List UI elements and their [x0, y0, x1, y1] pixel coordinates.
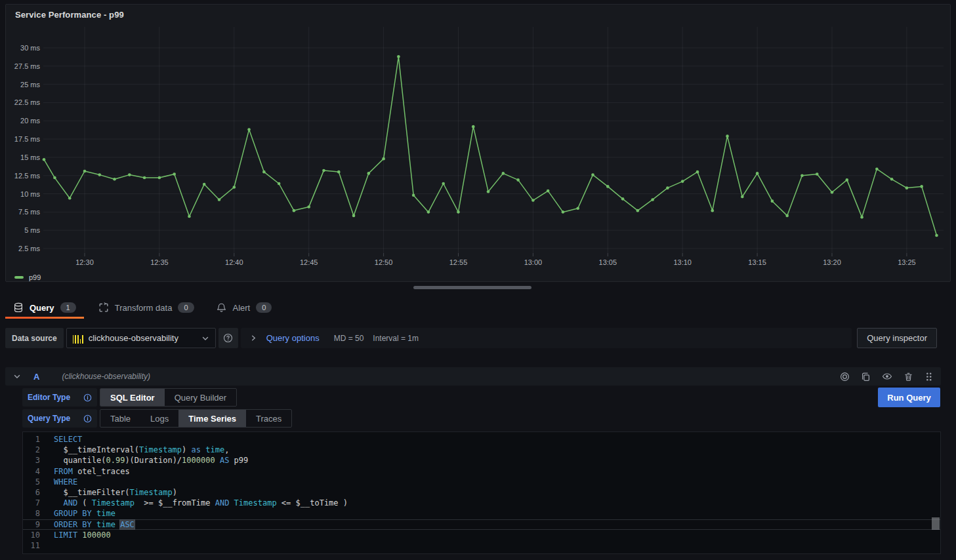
- help-circle-icon: [223, 333, 233, 343]
- svg-text:12:35: 12:35: [150, 258, 169, 266]
- editor-type-option-sql-editor[interactable]: SQL Editor: [100, 389, 165, 406]
- line-number: 5: [23, 477, 40, 487]
- max-data-points-value: MD = 50: [334, 334, 364, 343]
- line-content: ORDER BY time ASC: [54, 519, 135, 530]
- run-query-button[interactable]: Run Query: [878, 388, 940, 407]
- svg-text:13:10: 13:10: [673, 258, 692, 266]
- svg-text:2.5 ms: 2.5 ms: [18, 245, 41, 252]
- editor-type-group: SQL EditorQuery Builder: [100, 388, 237, 407]
- tab-query[interactable]: Query1: [5, 296, 84, 319]
- sql-line-4[interactable]: 4FROM otel_traces: [23, 466, 940, 477]
- line-content: GROUP BY time: [54, 508, 115, 519]
- sql-line-7[interactable]: 7 AND ( Timestamp >= $__fromTime AND Tim…: [23, 498, 940, 508]
- svg-text:13:05: 13:05: [599, 258, 617, 266]
- tab-alert[interactable]: Alert0: [209, 296, 280, 319]
- duplicate-query-icon[interactable]: [861, 372, 871, 382]
- disable-query-icon[interactable]: [840, 372, 850, 382]
- svg-text:7.5 ms: 7.5 ms: [18, 208, 41, 216]
- line-content: quantile(0.99)(Duration)/1000000 AS p99: [54, 455, 248, 466]
- query-options-bar: Query options MD = 50 Interval = 1m: [241, 328, 852, 348]
- datasource-help-button[interactable]: [218, 328, 238, 348]
- tab-label: Query: [30, 303, 54, 313]
- svg-text:12:30: 12:30: [75, 258, 94, 266]
- editor-overview-cursor: [932, 517, 940, 530]
- tab-count-badge: 1: [60, 302, 76, 313]
- collapse-query-icon[interactable]: [13, 372, 21, 380]
- datasource-picker[interactable]: clickhouse-observability: [66, 328, 216, 348]
- svg-text:13:00: 13:00: [524, 258, 543, 266]
- tab-count-badge: 0: [178, 302, 194, 313]
- svg-text:20 ms: 20 ms: [20, 117, 40, 125]
- line-content: AND ( Timestamp >= $__fromTime AND Times…: [54, 498, 348, 508]
- chevron-right-icon[interactable]: [250, 334, 257, 342]
- line-number: 2: [23, 445, 40, 455]
- query-type-group: TableLogsTime SeriesTraces: [100, 409, 292, 428]
- svg-text:12:55: 12:55: [449, 258, 468, 266]
- svg-text:13:20: 13:20: [823, 258, 841, 266]
- legend-series-label[interactable]: p99: [29, 273, 41, 281]
- svg-text:17.5 ms: 17.5 ms: [14, 135, 41, 143]
- line-number: 7: [23, 498, 40, 508]
- query-type-row: Query Type TableLogsTime SeriesTraces: [5, 409, 941, 428]
- query-ref-id[interactable]: A: [33, 372, 39, 382]
- line-number: 3: [23, 455, 40, 466]
- sql-line-5[interactable]: 5WHERE: [23, 477, 940, 487]
- tab-label: Alert: [233, 303, 251, 313]
- line-content: LIMIT 100000: [54, 530, 111, 540]
- tab-transform-data[interactable]: Transform data0: [91, 296, 202, 319]
- datasource-toolbar: Data source clickhouse-observability Que…: [5, 328, 937, 348]
- sql-line-3[interactable]: 3 quantile(0.99)(Duration)/1000000 AS p9…: [23, 455, 940, 466]
- svg-text:27.5 ms: 27.5 ms: [14, 62, 41, 70]
- line-number: 1: [23, 434, 40, 445]
- sql-line-9[interactable]: 9ORDER BY time ASC: [23, 519, 940, 530]
- panel-editor-tabs: Query1Transform data0Alert0: [5, 296, 280, 319]
- query-type-option-logs[interactable]: Logs: [140, 410, 178, 427]
- line-number: 11: [23, 540, 40, 551]
- timeseries-panel: Service Performance - p99 2.5 ms5 ms7.5 …: [5, 4, 951, 282]
- datasource-label: Data source: [5, 328, 64, 348]
- line-number: 6: [23, 487, 40, 498]
- query-type-option-time-series[interactable]: Time Series: [178, 410, 246, 427]
- query-inspector-button[interactable]: Query inspector: [857, 328, 937, 348]
- legend-series-swatch: [14, 276, 24, 279]
- hide-response-icon[interactable]: [882, 371, 892, 382]
- chevron-down-icon: [201, 334, 209, 342]
- sql-line-11[interactable]: 11: [23, 540, 940, 551]
- tab-count-badge: 0: [256, 302, 272, 313]
- sql-line-8[interactable]: 8GROUP BY time: [23, 508, 940, 519]
- svg-text:12:50: 12:50: [375, 258, 393, 266]
- legend: p99: [14, 273, 41, 281]
- query-options-toggle[interactable]: Query options: [266, 333, 320, 343]
- delete-query-icon[interactable]: [904, 372, 913, 382]
- info-icon[interactable]: [83, 393, 92, 402]
- query-type-option-table[interactable]: Table: [100, 410, 140, 427]
- info-icon[interactable]: [83, 414, 92, 423]
- drag-handle-icon[interactable]: [925, 372, 933, 382]
- editor-type-option-query-builder[interactable]: Query Builder: [165, 389, 236, 406]
- svg-text:22.5 ms: 22.5 ms: [14, 98, 41, 106]
- tab-label: Transform data: [115, 303, 173, 313]
- editor-type-label: Editor Type: [22, 388, 97, 407]
- database-icon: [13, 302, 24, 313]
- svg-text:12.5 ms: 12.5 ms: [14, 172, 41, 180]
- query-datasource-name: (clickhouse-observability): [62, 372, 150, 381]
- svg-text:13:15: 13:15: [748, 258, 766, 266]
- sql-line-6[interactable]: 6 $__timeFilter(Timestamp): [23, 487, 940, 498]
- sql-editor[interactable]: 1SELECT2 $__timeInterval(Timestamp) as t…: [22, 431, 941, 554]
- sql-line-2[interactable]: 2 $__timeInterval(Timestamp) as time,: [23, 445, 940, 455]
- line-content: $__timeFilter(Timestamp): [54, 487, 177, 498]
- timeseries-chart[interactable]: 2.5 ms5 ms7.5 ms10 ms12.5 ms15 ms17.5 ms…: [6, 5, 951, 283]
- query-actions: [840, 371, 933, 382]
- sql-line-10[interactable]: 10LIMIT 100000: [23, 530, 940, 540]
- transform-icon: [98, 302, 109, 313]
- svg-text:30 ms: 30 ms: [20, 44, 40, 52]
- line-number: 10: [23, 530, 40, 540]
- svg-text:25 ms: 25 ms: [20, 81, 40, 89]
- horizontal-scrollbar-thumb[interactable]: [413, 286, 531, 289]
- query-type-option-traces[interactable]: Traces: [246, 410, 291, 427]
- svg-text:10 ms: 10 ms: [20, 190, 40, 198]
- query-row-header: A (clickhouse-observability): [5, 367, 941, 386]
- svg-text:12:45: 12:45: [300, 258, 318, 266]
- datasource-value: clickhouse-observability: [89, 333, 178, 343]
- sql-line-1[interactable]: 1SELECT: [23, 434, 940, 445]
